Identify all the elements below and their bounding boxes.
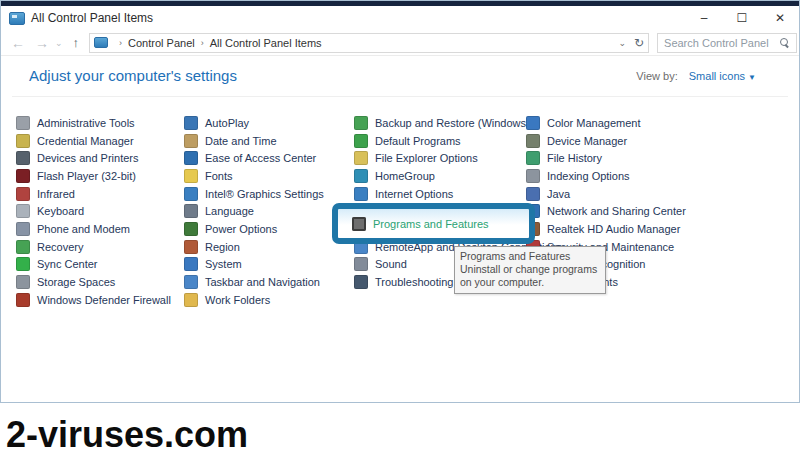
item-label: Color Management [547, 117, 641, 129]
work-folders-icon [184, 293, 198, 307]
item-label: Language [205, 205, 254, 217]
control-panel-item-file-history[interactable]: File History [526, 149, 746, 167]
control-panel-item-infrared[interactable]: Infrared [16, 185, 184, 203]
item-label: Intel® Graphics Settings [205, 188, 324, 200]
control-panel-item-internet-options[interactable]: Internet Options [354, 185, 526, 203]
breadcrumb-control-panel[interactable]: Control Panel [128, 37, 195, 49]
item-label: Phone and Modem [37, 223, 130, 235]
item-label: Date and Time [205, 135, 277, 147]
refresh-icon[interactable]: ↻ [634, 36, 644, 50]
item-label: Fonts [205, 170, 233, 182]
item-label: Backup and Restore (Windows 7) [375, 117, 539, 129]
autoplay-icon [184, 116, 198, 130]
control-panel-item-windows-defender-firewall[interactable]: Windows Defender Firewall [16, 291, 184, 309]
control-panel-item-autoplay[interactable]: AutoPlay [184, 114, 354, 132]
programs-and-features-label[interactable]: Programs and Features [373, 218, 489, 230]
header-separator [12, 96, 788, 97]
control-panel-item-backup-and-restore[interactable]: Backup and Restore (Windows 7) [354, 114, 526, 132]
control-panel-item-default-programs[interactable]: Default Programs [354, 132, 526, 150]
power-options-icon [184, 222, 198, 236]
item-label: Windows Defender Firewall [37, 294, 171, 306]
control-panel-item-phone-and-modem[interactable]: Phone and Modem [16, 220, 184, 238]
backup-and-restore-icon [354, 116, 368, 130]
tooltip-body: Uninstall or change programs on your com… [460, 263, 600, 289]
minimize-button[interactable]: – [685, 6, 723, 30]
breadcrumb-separator: › [201, 38, 204, 48]
control-panel-item-fonts[interactable]: Fonts [184, 167, 354, 185]
device-manager-icon [526, 134, 540, 148]
control-panel-item-device-manager[interactable]: Device Manager [526, 132, 746, 150]
control-panel-item-keyboard[interactable]: Keyboard [16, 202, 184, 220]
control-panel-item-language[interactable]: Language [184, 202, 354, 220]
search-icon[interactable] [780, 38, 790, 48]
control-panel-item-devices-and-printers[interactable]: Devices and Printers [16, 149, 184, 167]
storage-spaces-icon [16, 275, 30, 289]
search-input[interactable]: Search Control Panel [657, 33, 797, 53]
item-label: Taskbar and Navigation [205, 276, 320, 288]
programs-and-features-icon [352, 217, 366, 231]
tooltip: Programs and Features Uninstall or chang… [454, 246, 606, 294]
control-panel-item-credential-manager[interactable]: Credential Manager [16, 132, 184, 150]
control-panel-item-administrative-tools[interactable]: Administrative Tools [16, 114, 184, 132]
breadcrumb-all-control-panel-items[interactable]: All Control Panel Items [210, 37, 322, 49]
intel-graphics-settings-icon [184, 187, 198, 201]
flash-player-icon [16, 169, 30, 183]
history-dropdown-icon[interactable]: ⌄ [55, 38, 63, 48]
up-icon[interactable]: ↑ [73, 36, 80, 49]
item-label: Work Folders [205, 294, 270, 306]
troubleshooting-icon [354, 275, 368, 289]
control-panel-item-sync-center[interactable]: Sync Center [16, 256, 184, 274]
date-and-time-icon [184, 134, 198, 148]
control-panel-item-file-explorer-options[interactable]: File Explorer Options [354, 149, 526, 167]
control-panel-item-region[interactable]: Region [184, 238, 354, 256]
phone-and-modem-icon [16, 222, 30, 236]
item-label: Troubleshooting [375, 276, 453, 288]
item-label: Region [205, 241, 240, 253]
page-title: Adjust your computer's settings [29, 67, 237, 84]
control-panel-item-realtek-hd-audio-manager[interactable]: Realtek HD Audio Manager [526, 220, 746, 238]
view-by-value[interactable]: Small icons [689, 70, 745, 82]
control-panel-window-icon [9, 12, 25, 25]
back-icon[interactable]: ← [11, 36, 25, 50]
taskbar-and-navigation-icon [184, 275, 198, 289]
control-panel-item-taskbar-and-navigation[interactable]: Taskbar and Navigation [184, 273, 354, 291]
control-panel-item-storage-spaces[interactable]: Storage Spaces [16, 273, 184, 291]
keyboard-icon [16, 204, 30, 218]
item-label: Keyboard [37, 205, 84, 217]
control-panel-item-homegroup[interactable]: HomeGroup [354, 167, 526, 185]
item-label: AutoPlay [205, 117, 249, 129]
item-label: Credential Manager [37, 135, 134, 147]
control-panel-item-recovery[interactable]: Recovery [16, 238, 184, 256]
devices-and-printers-icon [16, 151, 30, 165]
item-label: Sync Center [37, 258, 98, 270]
control-panel-item-color-management[interactable]: Color Management [526, 114, 746, 132]
maximize-button[interactable]: ☐ [723, 6, 761, 30]
search-placeholder: Search Control Panel [664, 37, 769, 49]
close-button[interactable]: ✕ [761, 6, 799, 30]
address-dropdown-icon[interactable]: ⌄ [618, 38, 626, 48]
control-panel-item-flash-player[interactable]: Flash Player (32-bit) [16, 167, 184, 185]
navigation-toolbar: ← → ⌄ ↑ › Control Panel › All Control Pa… [1, 30, 799, 56]
window-controls: – ☐ ✕ [685, 6, 799, 30]
breadcrumb-separator: › [119, 38, 122, 48]
control-panel-item-network-and-sharing-center[interactable]: Network and Sharing Center [526, 202, 746, 220]
view-by-caret-icon[interactable]: ▼ [748, 73, 756, 82]
control-panel-item-java[interactable]: Java [526, 185, 746, 203]
control-panel-item-date-and-time[interactable]: Date and Time [184, 132, 354, 150]
control-panel-item-system[interactable]: System [184, 256, 354, 274]
control-panel-item-ease-of-access-center[interactable]: Ease of Access Center [184, 149, 354, 167]
forward-icon[interactable]: → [35, 36, 49, 50]
address-bar[interactable]: › Control Panel › All Control Panel Item… [89, 33, 649, 53]
items-column-2: AutoPlayDate and TimeEase of Access Cent… [184, 114, 354, 309]
control-panel-item-intel-graphics-settings[interactable]: Intel® Graphics Settings [184, 185, 354, 203]
language-icon [184, 204, 198, 218]
control-panel-item-work-folders[interactable]: Work Folders [184, 291, 354, 309]
view-by-control: View by: Small icons ▼ [636, 70, 756, 82]
programs-and-features-highlight[interactable]: Programs and Features [332, 203, 535, 244]
infrared-icon [16, 187, 30, 201]
item-label: Realtek HD Audio Manager [547, 223, 680, 235]
control-panel-item-power-options[interactable]: Power Options [184, 220, 354, 238]
item-label: Default Programs [375, 135, 461, 147]
control-panel-item-indexing-options[interactable]: Indexing Options [526, 167, 746, 185]
recovery-icon [16, 240, 30, 254]
